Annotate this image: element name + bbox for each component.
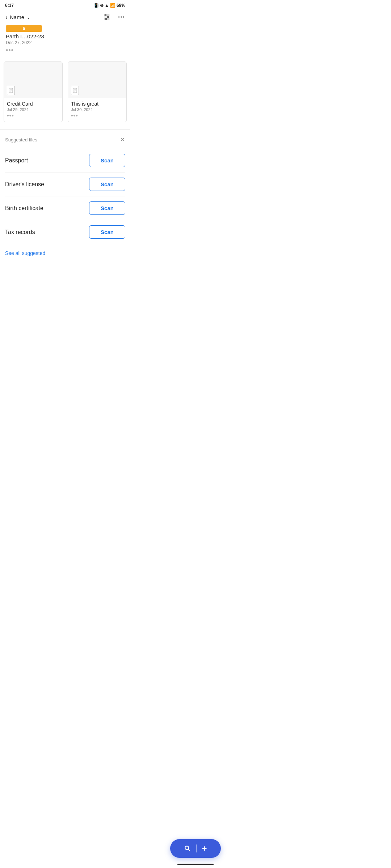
suggested-close-button[interactable]: ✕: [120, 136, 125, 144]
scan-button-2[interactable]: Scan: [89, 201, 125, 215]
file-card-date-0: Jul 29, 2024: [7, 107, 59, 112]
suggested-header: Suggested files ✕: [5, 136, 125, 144]
file-card-dots-1: •••: [71, 112, 123, 120]
suggested-title: Suggested files: [5, 137, 37, 142]
file-card-thumb-1: [68, 62, 126, 98]
file-card-thumb-0: [4, 62, 62, 98]
file-grid: 6 Parth I…022-23 Dec 27, 2022 ••• Credit…: [0, 24, 130, 128]
file-wide-dots: •••: [6, 47, 125, 54]
signal-icon: 📶: [110, 3, 115, 8]
suggested-row-1: Driver's license Scan: [5, 173, 125, 196]
file-item-wide[interactable]: 6 Parth I…022-23 Dec 27, 2022 •••: [4, 24, 127, 57]
sort-label: Name: [10, 14, 24, 20]
status-time: 6:17: [5, 3, 14, 8]
svg-point-4: [108, 16, 109, 18]
suggested-section: Suggested files ✕ Passport Scan Driver's…: [0, 130, 130, 271]
suggested-name-0: Passport: [5, 157, 28, 164]
filter-button[interactable]: [103, 13, 111, 21]
svg-point-8: [123, 16, 125, 18]
svg-point-6: [118, 16, 120, 18]
battery-icon: 69%: [117, 3, 125, 8]
scan-button-3[interactable]: Scan: [89, 225, 125, 239]
file-card-dots-0: •••: [7, 112, 59, 120]
suggested-row-0: Passport Scan: [5, 149, 125, 173]
dnd-icon: ⊖: [100, 3, 104, 8]
doc-icon-0: [7, 86, 15, 95]
file-card-date-1: Jul 30, 2024: [71, 107, 123, 112]
wifi-icon: ▲: [105, 3, 109, 8]
svg-point-5: [105, 18, 107, 20]
see-all-link[interactable]: See all suggested: [5, 250, 45, 256]
suggested-name-2: Birth certificate: [5, 205, 43, 212]
file-card-title-0: Credit Card: [7, 101, 59, 107]
status-icons: 📳 ⊖ ▲ 📶 69%: [93, 3, 125, 8]
file-wide-title: Parth I…022-23: [6, 33, 125, 39]
status-bar: 6:17 📳 ⊖ ▲ 📶 69%: [0, 0, 130, 9]
sort-down-icon: ↓: [5, 14, 8, 20]
suggested-name-3: Tax records: [5, 229, 35, 235]
doc-icon-1: [71, 86, 79, 95]
file-badge: 6: [6, 25, 42, 32]
file-card-1[interactable]: This is great Jul 30, 2024 •••: [68, 61, 127, 122]
more-button[interactable]: [117, 13, 125, 21]
suggested-row-3: Tax records Scan: [5, 220, 125, 244]
svg-point-3: [105, 14, 106, 16]
svg-point-7: [121, 16, 122, 18]
toolbar: ↓ Name ⌄: [0, 9, 130, 24]
sort-button[interactable]: ↓ Name ⌄: [5, 14, 30, 20]
scan-button-0[interactable]: Scan: [89, 154, 125, 167]
file-card-info-1: This is great Jul 30, 2024 •••: [68, 98, 126, 122]
file-card-title-1: This is great: [71, 101, 123, 107]
file-row: Credit Card Jul 29, 2024 ••• This is gre…: [4, 61, 127, 122]
suggested-name-1: Driver's license: [5, 181, 44, 188]
close-icon: ✕: [120, 136, 125, 144]
file-card-info-0: Credit Card Jul 29, 2024 •••: [4, 98, 62, 122]
suggested-row-2: Birth certificate Scan: [5, 196, 125, 220]
file-wide-date: Dec 27, 2022: [6, 40, 125, 45]
sort-chevron-icon: ⌄: [26, 14, 30, 20]
toolbar-icons: [103, 13, 125, 21]
scan-button-1[interactable]: Scan: [89, 178, 125, 191]
file-card-0[interactable]: Credit Card Jul 29, 2024 •••: [4, 61, 63, 122]
vibrate-icon: 📳: [93, 3, 99, 8]
